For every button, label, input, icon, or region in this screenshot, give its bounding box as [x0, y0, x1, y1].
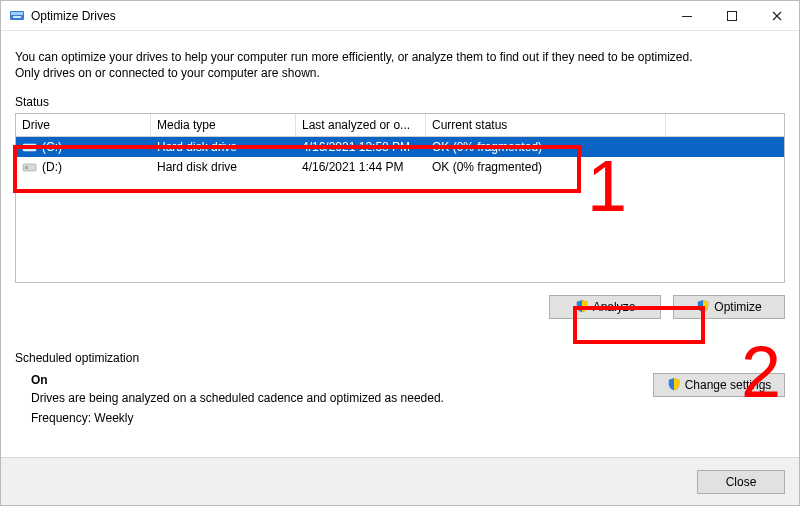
titlebar: Optimize Drives [1, 1, 799, 31]
drives-list[interactable]: Drive Media type Last analyzed or o... C… [15, 113, 785, 283]
svg-rect-1 [11, 12, 23, 15]
optimize-label: Optimize [714, 300, 761, 314]
close-window-button[interactable] [754, 1, 799, 31]
svg-rect-7 [23, 164, 36, 171]
shield-icon [667, 377, 681, 394]
analyze-label: Analyze [593, 300, 636, 314]
drive-name: (D:) [42, 160, 62, 174]
drive-status: OK (0% fragmented) [426, 140, 666, 154]
close-label: Close [726, 475, 757, 489]
svg-rect-8 [25, 166, 28, 169]
scheduled-on: On [31, 373, 653, 387]
app-icon [9, 8, 25, 24]
drive-icon [22, 139, 38, 155]
col-filler [666, 114, 784, 136]
drive-row-c[interactable]: (C:) Hard disk drive 4/16/2021 12:58 PM … [16, 137, 784, 157]
maximize-button[interactable] [709, 1, 754, 31]
col-last[interactable]: Last analyzed or o... [296, 114, 426, 136]
analyze-button[interactable]: Analyze [549, 295, 661, 319]
shield-icon [575, 299, 589, 316]
drive-name: (C:) [42, 140, 62, 154]
svg-rect-2 [13, 16, 21, 18]
drive-row-d[interactable]: (D:) Hard disk drive 4/16/2021 1:44 PM O… [16, 157, 784, 177]
col-media[interactable]: Media type [151, 114, 296, 136]
col-status[interactable]: Current status [426, 114, 666, 136]
drive-media: Hard disk drive [151, 160, 296, 174]
intro-text: You can optimize your drives to help you… [15, 49, 715, 81]
drives-header[interactable]: Drive Media type Last analyzed or o... C… [16, 114, 784, 137]
scheduled-label: Scheduled optimization [15, 351, 785, 365]
svg-rect-3 [682, 16, 692, 17]
drive-media: Hard disk drive [151, 140, 296, 154]
svg-rect-4 [727, 11, 736, 20]
svg-rect-5 [23, 144, 36, 151]
minimize-button[interactable] [664, 1, 709, 31]
change-settings-button[interactable]: Change settings [653, 373, 785, 397]
drive-last: 4/16/2021 12:58 PM [296, 140, 426, 154]
col-drive[interactable]: Drive [16, 114, 151, 136]
status-label: Status [15, 95, 785, 109]
window-title: Optimize Drives [31, 9, 116, 23]
optimize-button[interactable]: Optimize [673, 295, 785, 319]
shield-icon [696, 299, 710, 316]
scheduled-freq: Frequency: Weekly [31, 411, 653, 425]
drive-last: 4/16/2021 1:44 PM [296, 160, 426, 174]
drive-icon [22, 159, 38, 175]
scheduled-desc: Drives are being analyzed on a scheduled… [31, 391, 653, 405]
svg-rect-6 [25, 146, 28, 149]
close-button[interactable]: Close [697, 470, 785, 494]
change-settings-label: Change settings [685, 378, 772, 392]
footer: Close [1, 457, 799, 505]
drive-status: OK (0% fragmented) [426, 160, 666, 174]
content-area: You can optimize your drives to help you… [1, 31, 799, 457]
